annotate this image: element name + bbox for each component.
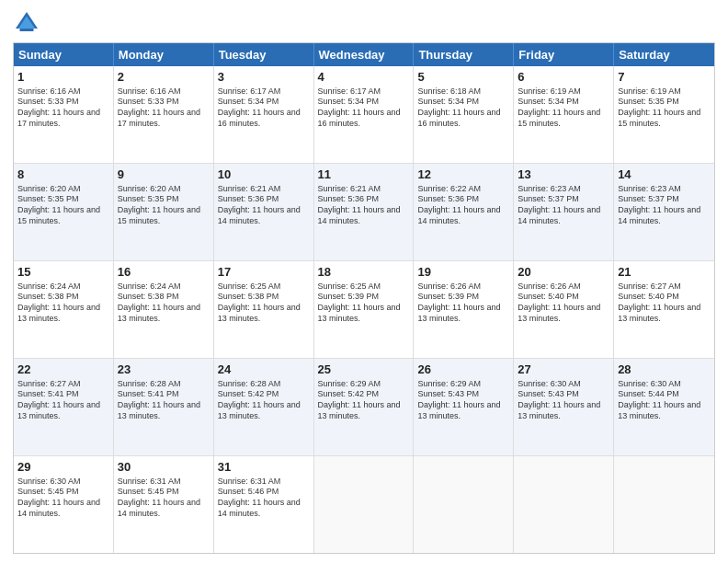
- day-number: 30: [118, 459, 210, 476]
- cal-cell: 20Sunrise: 6:26 AMSunset: 5:40 PMDayligh…: [514, 261, 614, 358]
- day-number: 26: [417, 362, 509, 378]
- day-number: 18: [318, 264, 410, 281]
- cell-info: Sunrise: 6:22 AMSunset: 5:36 PMDaylight:…: [417, 184, 509, 227]
- calendar-body: 1Sunrise: 6:16 AMSunset: 5:33 PMDaylight…: [14, 66, 714, 553]
- cal-cell: 19Sunrise: 6:26 AMSunset: 5:39 PMDayligh…: [414, 261, 514, 358]
- cell-info: Sunrise: 6:16 AMSunset: 5:33 PMDaylight:…: [17, 86, 109, 130]
- cal-cell: 7Sunrise: 6:19 AMSunset: 5:35 PMDaylight…: [614, 66, 714, 163]
- day-number: 29: [17, 459, 109, 476]
- day-number: 15: [17, 264, 109, 281]
- day-number: 7: [618, 69, 711, 86]
- day-number: 8: [17, 167, 109, 183]
- calendar-week-2: 8Sunrise: 6:20 AMSunset: 5:35 PMDaylight…: [14, 163, 714, 260]
- day-number: 27: [518, 362, 609, 378]
- cell-info: Sunrise: 6:20 AMSunset: 5:35 PMDaylight:…: [17, 184, 109, 227]
- calendar-week-3: 15Sunrise: 6:24 AMSunset: 5:38 PMDayligh…: [14, 260, 714, 358]
- cell-info: Sunrise: 6:30 AMSunset: 5:44 PMDaylight:…: [618, 379, 711, 422]
- cal-cell: 30Sunrise: 6:31 AMSunset: 5:45 PMDayligh…: [114, 456, 214, 553]
- day-number: 14: [618, 167, 711, 183]
- cal-cell: 29Sunrise: 6:30 AMSunset: 5:45 PMDayligh…: [14, 456, 114, 553]
- cal-header-tuesday: Tuesday: [214, 43, 314, 66]
- cal-cell: 27Sunrise: 6:30 AMSunset: 5:43 PMDayligh…: [514, 359, 614, 455]
- cell-info: Sunrise: 6:27 AMSunset: 5:41 PMDaylight:…: [17, 379, 109, 422]
- day-number: 10: [218, 167, 310, 183]
- calendar-week-5: 29Sunrise: 6:30 AMSunset: 5:45 PMDayligh…: [14, 455, 714, 553]
- calendar-header-row: SundayMondayTuesdayWednesdayThursdayFrid…: [14, 43, 714, 66]
- cell-info: Sunrise: 6:17 AMSunset: 5:34 PMDaylight:…: [318, 86, 410, 130]
- cell-info: Sunrise: 6:25 AMSunset: 5:38 PMDaylight:…: [218, 282, 310, 325]
- cell-info: Sunrise: 6:24 AMSunset: 5:38 PMDaylight:…: [17, 282, 109, 325]
- svg-rect-2: [20, 29, 34, 31]
- cell-info: Sunrise: 6:25 AMSunset: 5:39 PMDaylight:…: [318, 282, 410, 325]
- cell-info: Sunrise: 6:28 AMSunset: 5:42 PMDaylight:…: [218, 379, 310, 422]
- cell-info: Sunrise: 6:31 AMSunset: 5:45 PMDaylight:…: [118, 477, 210, 520]
- cal-cell: 21Sunrise: 6:27 AMSunset: 5:40 PMDayligh…: [614, 261, 714, 358]
- cal-cell: 22Sunrise: 6:27 AMSunset: 5:41 PMDayligh…: [14, 359, 114, 455]
- cal-cell: 1Sunrise: 6:16 AMSunset: 5:33 PMDaylight…: [14, 66, 114, 163]
- cell-info: Sunrise: 6:30 AMSunset: 5:43 PMDaylight:…: [518, 379, 609, 422]
- cal-cell: 13Sunrise: 6:23 AMSunset: 5:37 PMDayligh…: [514, 164, 614, 260]
- day-number: 28: [618, 362, 711, 378]
- logo-icon: [13, 9, 40, 37]
- cal-header-thursday: Thursday: [414, 43, 514, 66]
- day-number: 13: [518, 167, 609, 183]
- cal-cell: 10Sunrise: 6:21 AMSunset: 5:36 PMDayligh…: [214, 164, 314, 260]
- day-number: 1: [17, 69, 109, 86]
- cal-cell: 9Sunrise: 6:20 AMSunset: 5:35 PMDaylight…: [114, 164, 214, 260]
- cal-cell: 14Sunrise: 6:23 AMSunset: 5:37 PMDayligh…: [614, 164, 714, 260]
- day-number: 11: [318, 167, 410, 183]
- cal-cell: 28Sunrise: 6:30 AMSunset: 5:44 PMDayligh…: [614, 359, 714, 455]
- cal-header-monday: Monday: [114, 43, 214, 66]
- day-number: 16: [118, 264, 210, 281]
- cal-header-saturday: Saturday: [614, 43, 714, 66]
- cell-info: Sunrise: 6:30 AMSunset: 5:45 PMDaylight:…: [17, 477, 109, 520]
- day-number: 12: [417, 167, 509, 183]
- cal-header-wednesday: Wednesday: [314, 43, 415, 66]
- cell-info: Sunrise: 6:31 AMSunset: 5:46 PMDaylight:…: [218, 477, 310, 520]
- header: [13, 9, 715, 37]
- day-number: 17: [218, 264, 310, 281]
- cal-cell: 31Sunrise: 6:31 AMSunset: 5:46 PMDayligh…: [214, 456, 314, 553]
- cell-info: Sunrise: 6:26 AMSunset: 5:39 PMDaylight:…: [417, 282, 509, 325]
- cal-cell: 18Sunrise: 6:25 AMSunset: 5:39 PMDayligh…: [314, 261, 415, 358]
- main-container: SundayMondayTuesdayWednesdayThursdayFrid…: [0, 0, 728, 563]
- cal-cell: 3Sunrise: 6:17 AMSunset: 5:34 PMDaylight…: [214, 66, 314, 163]
- cell-info: Sunrise: 6:21 AMSunset: 5:36 PMDaylight:…: [218, 184, 310, 227]
- cal-cell: [314, 456, 415, 553]
- day-number: 22: [17, 362, 109, 378]
- cell-info: Sunrise: 6:23 AMSunset: 5:37 PMDaylight:…: [618, 184, 711, 227]
- cal-header-sunday: Sunday: [14, 43, 114, 66]
- cal-cell: 26Sunrise: 6:29 AMSunset: 5:43 PMDayligh…: [414, 359, 514, 455]
- cell-info: Sunrise: 6:18 AMSunset: 5:34 PMDaylight:…: [417, 86, 509, 130]
- cal-cell: 25Sunrise: 6:29 AMSunset: 5:42 PMDayligh…: [314, 359, 415, 455]
- cal-cell: 6Sunrise: 6:19 AMSunset: 5:34 PMDaylight…: [514, 66, 614, 163]
- day-number: 31: [218, 459, 310, 476]
- day-number: 23: [118, 362, 210, 378]
- cal-cell: 11Sunrise: 6:21 AMSunset: 5:36 PMDayligh…: [314, 164, 415, 260]
- cell-info: Sunrise: 6:28 AMSunset: 5:41 PMDaylight:…: [118, 379, 210, 422]
- cal-cell: 24Sunrise: 6:28 AMSunset: 5:42 PMDayligh…: [214, 359, 314, 455]
- day-number: 25: [318, 362, 410, 378]
- logo: [13, 9, 44, 37]
- cell-info: Sunrise: 6:17 AMSunset: 5:34 PMDaylight:…: [218, 86, 310, 130]
- cell-info: Sunrise: 6:23 AMSunset: 5:37 PMDaylight:…: [518, 184, 609, 227]
- cal-cell: 15Sunrise: 6:24 AMSunset: 5:38 PMDayligh…: [14, 261, 114, 358]
- calendar: SundayMondayTuesdayWednesdayThursdayFrid…: [13, 42, 715, 554]
- cal-cell: 4Sunrise: 6:17 AMSunset: 5:34 PMDaylight…: [314, 66, 415, 163]
- cell-info: Sunrise: 6:24 AMSunset: 5:38 PMDaylight:…: [118, 282, 210, 325]
- day-number: 6: [518, 69, 609, 86]
- cal-cell: [514, 456, 614, 553]
- day-number: 9: [118, 167, 210, 183]
- cell-info: Sunrise: 6:20 AMSunset: 5:35 PMDaylight:…: [118, 184, 210, 227]
- cal-cell: 17Sunrise: 6:25 AMSunset: 5:38 PMDayligh…: [214, 261, 314, 358]
- cal-cell: 16Sunrise: 6:24 AMSunset: 5:38 PMDayligh…: [114, 261, 214, 358]
- cal-cell: 5Sunrise: 6:18 AMSunset: 5:34 PMDaylight…: [414, 66, 514, 163]
- day-number: 24: [218, 362, 310, 378]
- calendar-week-4: 22Sunrise: 6:27 AMSunset: 5:41 PMDayligh…: [14, 358, 714, 455]
- cal-header-friday: Friday: [514, 43, 614, 66]
- day-number: 2: [118, 69, 210, 86]
- day-number: 20: [518, 264, 609, 281]
- day-number: 21: [618, 264, 711, 281]
- cell-info: Sunrise: 6:29 AMSunset: 5:43 PMDaylight:…: [417, 379, 509, 422]
- day-number: 5: [417, 69, 509, 86]
